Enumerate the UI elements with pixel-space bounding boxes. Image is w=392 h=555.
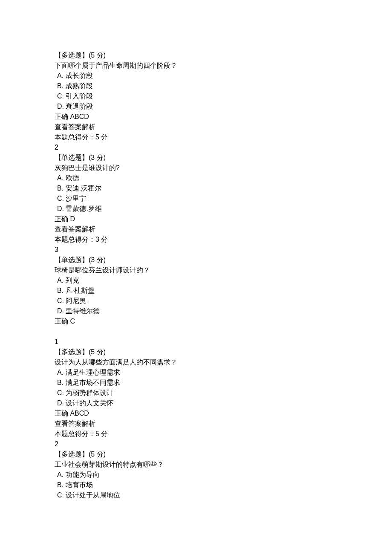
option-b: B. 成熟阶段 [55, 81, 392, 91]
option-c: C. 设计处于从属地位 [55, 490, 392, 500]
option-c: C. 引入阶段 [55, 91, 392, 101]
option-a: A. 满足生理心理需求 [55, 367, 392, 378]
correct-answer: 正确 ABCD [55, 408, 392, 419]
option-b: B. 安迪.沃霍尔 [55, 183, 392, 194]
question-type-label: 【多选题】(5 分) [55, 50, 392, 61]
correct-answer: 正确 D [55, 214, 392, 224]
score-line: 本题总得分：3 分 [55, 234, 392, 245]
option-c: C. 阿尼奥 [55, 296, 392, 306]
question-type-label: 【多选题】(5 分) [55, 347, 392, 357]
document-page: 【多选题】(5 分) 下面哪个属于产品生命周期的四个阶段？ A. 成长阶段 B.… [0, 0, 392, 555]
question-prompt: 灰狗巴士是谁设计的? [55, 163, 392, 173]
score-line: 本题总得分：5 分 [55, 132, 392, 142]
option-a: A. 列克 [55, 275, 392, 286]
option-b: B. 满足市场不同需求 [55, 378, 392, 388]
view-answer-link: 查看答案解析 [55, 122, 392, 132]
question-number: 2 [55, 142, 392, 153]
option-d: D. 雷蒙德.罗维 [55, 204, 392, 214]
option-a: A. 成长阶段 [55, 71, 392, 81]
question-prompt: 下面哪个属于产品生命周期的四个阶段？ [55, 61, 392, 71]
view-answer-link: 查看答案解析 [55, 419, 392, 429]
option-b: B. 凡·杜斯堡 [55, 286, 392, 296]
option-c: C. 沙里宁 [55, 194, 392, 204]
option-d: D. 里特维尔德 [55, 306, 392, 316]
option-d: D. 设计的人文关怀 [55, 398, 392, 408]
question-number: 3 [55, 245, 392, 255]
view-answer-link: 查看答案解析 [55, 224, 392, 234]
option-b: B. 培育市场 [55, 480, 392, 490]
option-a: A. 功能为导向 [55, 470, 392, 480]
question-type-label: 【单选题】(3 分) [55, 255, 392, 265]
blank-line [55, 327, 392, 337]
option-a: A. 欧德 [55, 173, 392, 183]
option-c: C. 为弱势群体设计 [55, 388, 392, 398]
question-type-label: 【多选题】(5 分) [55, 449, 392, 460]
option-d: D. 衰退阶段 [55, 101, 392, 112]
question-type-label: 【单选题】(3 分) [55, 153, 392, 163]
correct-answer: 正确 C [55, 316, 392, 327]
question-number: 1 [55, 337, 392, 347]
score-line: 本题总得分：5 分 [55, 429, 392, 439]
question-prompt: 球椅是哪位芬兰设计师设计的？ [55, 265, 392, 275]
question-prompt: 工业社会萌芽期设计的特点有哪些？ [55, 460, 392, 470]
question-number: 2 [55, 439, 392, 449]
question-prompt: 设计为人从哪些方面满足人的不同需求？ [55, 357, 392, 367]
correct-answer: 正确 ABCD [55, 112, 392, 122]
